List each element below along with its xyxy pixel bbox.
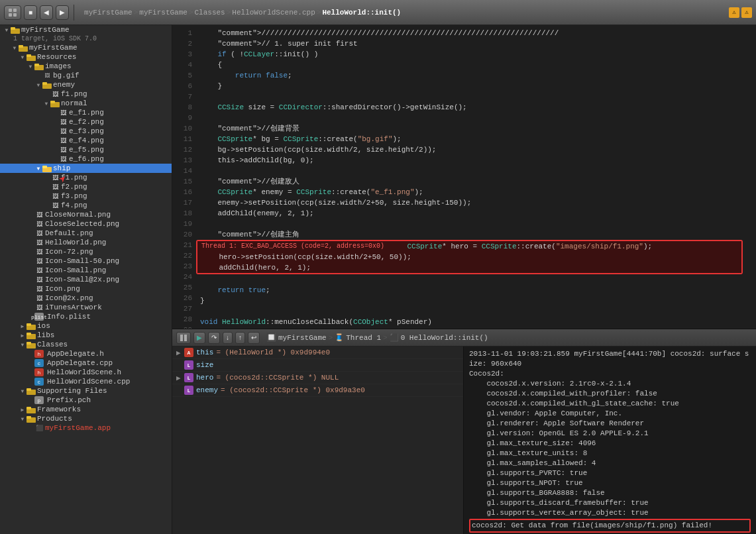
sidebar-label: CloseSelected.png (45, 220, 119, 228)
sidebar-item-ef1[interactable]: 🖼e_f1.png (0, 108, 172, 117)
bottom-bc-frame[interactable]: 0 HelloWorld::init() (401, 334, 488, 342)
var-type-badge: L (184, 373, 193, 382)
sidebar-item-supportingfiles[interactable]: Supporting Files (0, 386, 172, 396)
breadcrumb-item-5[interactable]: HelloWorld::init() (322, 9, 401, 17)
toolbar-btn-stop[interactable]: ■ (24, 5, 37, 20)
sidebar-item-helloworldscene-h[interactable]: hHelloWorldScene.h (0, 368, 172, 377)
sidebar-item-ship[interactable]: ship (0, 164, 172, 173)
sidebar-item-infoplist[interactable]: plistInfo.plist (0, 312, 172, 321)
sidebar-item-myfirstgame-app[interactable]: ⬛ myFirstGame.app (0, 423, 172, 433)
sidebar-item-icon2x[interactable]: 🖼Icon@2x.png (0, 294, 172, 303)
sidebar-item-libs[interactable]: libs (0, 331, 172, 340)
sidebar-item-iconsmall50[interactable]: 🖼Icon-Small-50.png (0, 256, 172, 266)
sidebar-item-ship-f2[interactable]: 🖼f2.png (0, 182, 172, 191)
debugger-btn-continue[interactable]: ▶ (193, 332, 205, 344)
sidebar-item-f1-enemy[interactable]: 🖼 f1.png (0, 89, 172, 99)
sidebar-tree[interactable]: myFirstGame 1 target, iOS SDK 7.0 myFirs… (0, 25, 172, 534)
sidebar-item-itunesartwork[interactable]: 🖼iTunesArtwork (0, 303, 172, 312)
breadcrumb-item-4[interactable]: HelloWorldScene.cpp (232, 9, 315, 17)
sidebar-item-ef3[interactable]: 🖼e_f3.png (0, 127, 172, 136)
sidebar-item-bggif[interactable]: 🖼 bg.gif (0, 71, 172, 80)
bottom-bc-game[interactable]: myFirstGame (278, 334, 327, 342)
breadcrumb-item-2[interactable]: myFirstGame (139, 9, 188, 17)
toolbar-btn-nav-left[interactable]: ◀ (40, 5, 53, 20)
sidebar-label: e_f4.png (69, 136, 104, 144)
var-row[interactable]: L size (172, 359, 463, 372)
var-name: hero (196, 374, 213, 382)
sidebar-item-resources[interactable]: Resources (0, 52, 172, 62)
var-expand[interactable]: ▶ (176, 348, 184, 357)
sidebar-label: f4.png (61, 201, 87, 209)
var-expand[interactable]: ▶ (176, 374, 184, 382)
code-content[interactable]: 1234567891011121314151617181920212223242… (172, 25, 756, 329)
debugger-btn-step-in[interactable]: ↓ (223, 332, 233, 344)
debugger-btn-1[interactable] (176, 332, 191, 344)
tree-arrow (19, 387, 27, 395)
sidebar-item-icon72[interactable]: 🖼Icon-72.png (0, 247, 172, 256)
toolbar-btn-nav-right[interactable]: ▶ (56, 5, 69, 20)
sidebar-item-ef4[interactable]: 🖼e_f4.png (0, 136, 172, 145)
debugger-btn-5[interactable]: ↩ (248, 332, 260, 344)
sidebar-label: normal (61, 99, 87, 107)
sidebar-item-helloworldscene-cpp[interactable]: cHelloWorldScene.cpp (0, 377, 172, 386)
sidebar-label: AppDelegate.cpp (47, 359, 113, 367)
sidebar-item-default[interactable]: 🖼Default.png (0, 229, 172, 238)
toolbar-sep-1 (74, 5, 74, 21)
sidebar-item-normal[interactable]: normal (0, 99, 172, 108)
var-row[interactable]: ▶ A this = (HelloWorld *) 0x9d994e0 (172, 347, 463, 359)
breadcrumb-item-1[interactable]: myFirstGame (84, 9, 133, 17)
sidebar-item-helloworld[interactable]: 🖼HelloWorld.png (0, 238, 172, 247)
tree-arrow (27, 285, 34, 293)
code-editor[interactable]: 1234567891011121314151617181920212223242… (172, 25, 756, 329)
sidebar-label: Default.png (45, 229, 93, 237)
sidebar-label: AppDelegate.h (47, 350, 104, 358)
sidebar-item-closeselected[interactable]: 🖼CloseSelected.png (0, 219, 172, 229)
var-row[interactable]: ▶ L hero = (cocos2d::CCSprite *) NULL (172, 372, 463, 384)
var-row[interactable]: L enemy = (cocos2d::CCSprite *) 0x9d9a3e… (172, 384, 463, 397)
sidebar-item-prefixpch[interactable]: pPrefix.pch (0, 396, 172, 405)
debugger-btn-step-out[interactable]: ↑ (235, 332, 245, 344)
breadcrumb-item-3[interactable]: Classes (195, 9, 225, 17)
sidebar-label: f3.png (61, 192, 87, 200)
sidebar-label: Prefix.pch (47, 396, 91, 404)
sidebar-item-closenormal[interactable]: 🖼CloseNormal.png (0, 210, 172, 219)
bottom-bc-frame-icon: ⬛ (390, 333, 399, 342)
sidebar-item-appdelegate-cpp[interactable]: cAppDelegate.cpp (0, 358, 172, 368)
debugger-btn-step-over[interactable]: ↷ (208, 332, 220, 344)
sidebar-item-myfirstgame[interactable]: myFirstGame (0, 43, 172, 52)
tree-arrow (27, 424, 34, 432)
sidebar-item-appdelegate-h[interactable]: hAppDelegate.h (0, 349, 172, 358)
bottom-bc-thread[interactable]: Thread 1 (346, 334, 381, 342)
variables-panel[interactable]: ▶ A this = (HelloWorld *) 0x9d994e0 L si… (172, 347, 464, 534)
toolbar-btn-1[interactable] (4, 5, 21, 20)
sidebar-item-iconsmall2x[interactable]: 🖼Icon-Small@2x.png (0, 275, 172, 284)
sidebar-item-frameworks[interactable]: Frameworks (0, 405, 172, 414)
sidebar-item-images[interactable]: images (0, 62, 172, 71)
tree-arrow (42, 201, 50, 209)
sidebar-label: myFirstGame (29, 44, 78, 52)
sidebar-item-enemy[interactable]: enemy (0, 80, 172, 89)
sidebar-item-ship-f1[interactable]: 🖼 f1.png ➤ (0, 173, 172, 182)
console-panel[interactable]: 2013-11-01 19:03:21.859 myFirstGame[4441… (464, 347, 756, 534)
console-line: gl.max_texture_size: 4096 (469, 439, 751, 449)
bottom-breadcrumb: 🔲 myFirstGame > 🧵 Thread 1 > ⬛ 0 HelloWo… (266, 333, 488, 343)
sidebar-item-iconsmall[interactable]: 🖼Icon-Small.png (0, 266, 172, 275)
sidebar-item-ef6[interactable]: 🖼e_f6.png (0, 154, 172, 164)
sidebar-item-products[interactable]: Products (0, 414, 172, 423)
sidebar-item-myfirstgame-root[interactable]: myFirstGame (0, 25, 172, 34)
sidebar-item-ship-f4[interactable]: 🖼f4.png (0, 201, 172, 210)
sidebar-label: HelloWorldScene.h (47, 368, 121, 376)
folder-icon (11, 27, 20, 34)
line-numbers: 1234567891011121314151617181920212223242… (172, 28, 196, 326)
sidebar-label: ship (53, 164, 70, 172)
sidebar-item-ios[interactable]: ios (0, 321, 172, 331)
sidebar-item-ef2[interactable]: 🖼e_f2.png (0, 117, 172, 127)
sidebar-item-ef5[interactable]: 🖼e_f5.png (0, 145, 172, 154)
sidebar-item-ship-f3[interactable]: 🖼f3.png (0, 191, 172, 201)
sidebar-item-classes[interactable]: Classes (0, 340, 172, 349)
tree-arrow (42, 99, 50, 107)
sidebar-item-icon[interactable]: 🖼Icon.png (0, 284, 172, 294)
file-icon: 🖼 (34, 211, 44, 219)
main-area: myFirstGame 1 target, iOS SDK 7.0 myFirs… (0, 25, 756, 534)
tree-arrow (27, 239, 34, 246)
